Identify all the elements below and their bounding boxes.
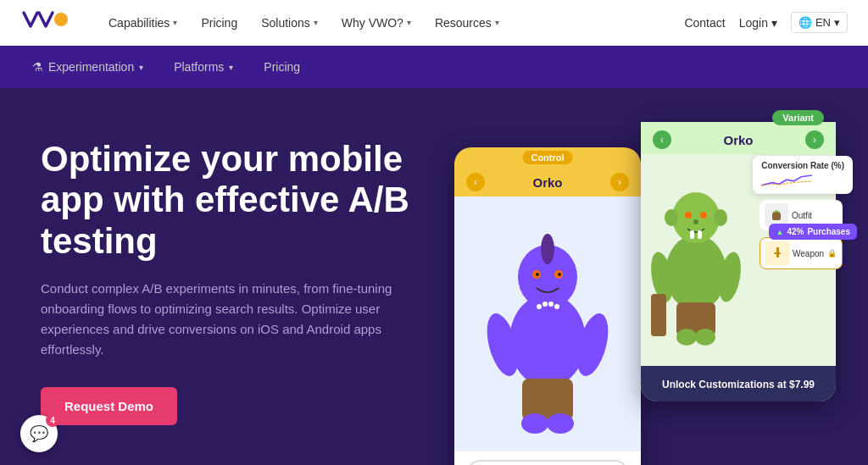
variant-char-name: Orko [676,133,800,147]
control-badge: Control [522,151,572,164]
contact-link[interactable]: Contact [684,16,725,30]
nav-why-vwo[interactable]: Why VWO? ▾ [331,11,421,35]
chevron-down-icon: ▾ [407,18,411,27]
svg-point-30 [676,329,697,346]
chevron-down-icon: ▾ [229,63,233,72]
svg-point-16 [547,413,574,434]
svg-point-18 [672,192,720,243]
svg-rect-25 [698,230,702,239]
svg-point-22 [700,212,707,219]
phone-variant-header: ‹ Orko › [641,122,836,154]
up-arrow-icon: ▲ [776,228,783,236]
back-arrow-variant[interactable]: ‹ [653,130,671,149]
nav-pricing[interactable]: Pricing [191,11,248,35]
purchases-badge: ▲ 42% Purchases [769,224,857,240]
buy-button[interactable]: Buy Customization Pa... [466,460,629,465]
character-purple-svg [484,213,611,434]
forward-arrow-variant[interactable]: › [805,130,824,149]
svg-point-11 [554,304,559,309]
hero-title: Optimize your mobile app with effective … [41,139,434,262]
unlock-button[interactable]: Unlock Customizations at $7.99 [653,379,824,390]
svg-point-8 [537,304,542,309]
hero-visual: Control ‹ Orko › [434,130,827,465]
hero-description: Conduct complex A/B experiments in minut… [41,279,414,360]
chat-badge: 4 [46,413,59,427]
language-selector[interactable]: 🌐 EN ▾ [791,12,848,33]
chat-widget[interactable]: 💬 4 [20,415,58,452]
phone-control-content [454,197,641,451]
phone-control: Control ‹ Orko › [454,147,641,465]
request-demo-button[interactable]: Request Demo [41,387,177,425]
phone-char-name: Orko [490,175,605,190]
svg-point-10 [548,302,554,307]
forward-arrow[interactable]: › [610,173,629,191]
nav-links: Capabilities ▾ Pricing Solutions ▾ Why V… [98,11,684,35]
phone-control-footer: Buy Customization Pa... [454,451,641,465]
chevron-down-icon: ▾ [834,16,840,29]
svg-point-21 [685,212,692,219]
svg-point-17 [665,235,726,311]
svg-rect-24 [690,230,694,239]
phone-variant-footer: Unlock Customizations at $7.99 [641,366,836,401]
subnav-pricing[interactable]: Pricing [252,53,312,80]
character-green-svg [649,163,743,349]
svg-rect-27 [651,294,666,336]
chevron-down-icon: ▾ [771,16,777,30]
subnav-experimentation[interactable]: ⚗ Experimentation ▾ [20,53,155,80]
nav-capabilities[interactable]: Capabilities ▾ [98,11,187,35]
sub-navigation: ⚗ Experimentation ▾ Platforms ▾ Pricing [0,46,868,88]
trend-chart [761,172,812,189]
svg-point-15 [521,413,548,434]
svg-point-19 [665,209,678,226]
custom-item-weapon[interactable]: Weapon 🔒 [760,237,843,269]
chat-icon: 💬 [30,424,48,443]
conversion-rate-badge: Conversion Rate (%) [753,156,853,194]
globe-icon: 🌐 [798,16,812,29]
svg-rect-34 [772,213,781,220]
subnav-platforms[interactable]: Platforms ▾ [162,53,245,80]
chevron-down-icon: ▾ [139,63,143,72]
svg-point-20 [714,209,727,226]
svg-point-0 [54,13,68,26]
svg-point-31 [695,329,715,346]
logo[interactable] [20,8,71,37]
hero-text-block: Optimize your mobile app with effective … [41,130,434,425]
nav-right: Contact Login ▾ 🌐 EN ▾ [684,12,848,33]
chevron-down-icon: ▾ [314,18,318,27]
nav-solutions[interactable]: Solutions ▾ [251,11,328,35]
back-arrow[interactable]: ‹ [466,173,485,191]
svg-rect-36 [774,252,781,254]
phone-mockups: Control ‹ Orko › [454,122,844,465]
top-navigation: Capabilities ▾ Pricing Solutions ▾ Why V… [0,0,868,46]
chevron-down-icon: ▾ [173,18,177,27]
svg-point-7 [558,273,561,276]
svg-point-9 [542,302,548,307]
chevron-down-icon: ▾ [495,18,499,27]
lock-icon: 🔒 [827,249,837,257]
login-button[interactable]: Login ▾ [739,16,777,30]
nav-resources[interactable]: Resources ▾ [425,11,509,35]
weapon-icon [765,241,789,265]
character-green-area [649,163,751,357]
variant-badge: Variant [772,110,824,125]
hero-section: Optimize your mobile app with effective … [0,88,868,465]
svg-point-3 [541,234,554,264]
svg-point-23 [693,219,698,224]
svg-point-6 [536,273,539,276]
phone-control-header: ‹ Orko › [454,164,641,197]
flask-icon: ⚗ [32,60,43,74]
